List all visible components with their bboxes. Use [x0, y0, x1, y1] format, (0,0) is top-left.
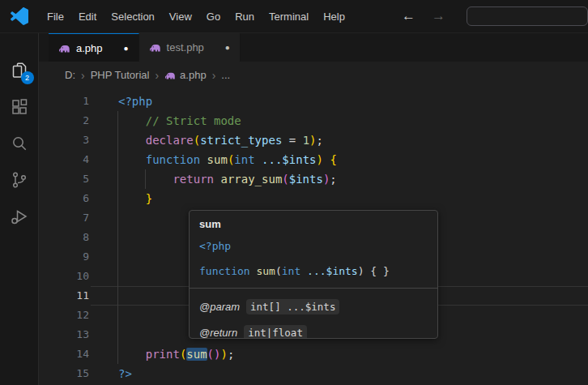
menu-file[interactable]: File [40, 7, 71, 26]
breadcrumb-separator: › [212, 69, 216, 82]
tab-bar: a.php ● test.php ● [39, 33, 588, 62]
breadcrumb-item[interactable]: a.php [164, 69, 207, 81]
menu-selection[interactable]: Selection [104, 7, 161, 26]
title-bar: FileEditSelectionViewGoRunTerminalHelp ←… [0, 0, 588, 33]
hover-divider [190, 288, 437, 289]
navigate-forward-icon[interactable]: → [424, 8, 454, 24]
line-content: print(sum()); [118, 344, 234, 364]
command-center-search-input[interactable] [467, 6, 588, 26]
menu-go[interactable]: Go [199, 7, 228, 26]
code-line-2[interactable]: 2 // Strict mode [39, 111, 588, 130]
tab-test.php[interactable]: test.php ● [139, 33, 241, 62]
breadcrumb-item[interactable]: PHP Tutorial [91, 69, 150, 81]
breadcrumb-separator: › [155, 69, 159, 82]
menu-help[interactable]: Help [316, 7, 352, 26]
line-content: // Strict mode [118, 111, 241, 130]
hover-tag-code: int[] ...$ints [246, 299, 339, 314]
line-number: 12 [39, 306, 89, 325]
line-number: 8 [39, 228, 89, 247]
line-content: ?> [118, 364, 132, 383]
source-control-icon[interactable] [0, 161, 39, 198]
run-debug-icon[interactable] [0, 198, 39, 234]
tab-label: test.php [167, 41, 204, 53]
php-file-icon [149, 41, 161, 53]
line-number: 1 [39, 92, 89, 111]
hover-tag-row: @return int|float [199, 325, 428, 339]
tab-label: a.php [76, 42, 103, 54]
menu-terminal[interactable]: Terminal [262, 7, 316, 26]
hover-tag-label: @return [199, 327, 237, 339]
line-content: } [118, 189, 152, 208]
menu-edit[interactable]: Edit [71, 7, 104, 26]
code-line-14[interactable]: 14 print(sum()); [39, 344, 588, 364]
hover-tooltip: sum <?phpfunction sum(int ...$ints) { } … [189, 210, 438, 339]
code-line-3[interactable]: 3 declare(strict_types = 1); [39, 130, 588, 150]
line-number: 13 [39, 325, 89, 344]
hover-tag-code: int|float [244, 325, 307, 339]
word-highlight: sum [186, 348, 207, 361]
menu-view[interactable]: View [162, 7, 199, 26]
line-number: 7 [39, 208, 89, 228]
hover-symbol-name: sum [199, 218, 428, 230]
line-number: 15 [39, 364, 89, 383]
php-file-icon [58, 42, 70, 54]
line-number: 14 [39, 344, 89, 364]
line-number: 4 [39, 150, 89, 169]
line-content: function sum(int ...$ints) { [118, 150, 337, 169]
line-number: 2 [39, 111, 89, 130]
line-content: <?php [118, 92, 152, 111]
search-icon[interactable] [0, 125, 39, 161]
navigate-back-icon[interactable]: ← [394, 8, 424, 24]
line-number: 10 [39, 267, 89, 286]
line-number: 6 [39, 189, 89, 208]
code-line-6[interactable]: 6 } [39, 189, 588, 208]
breadcrumb-separator: › [81, 69, 85, 82]
tab-a.php[interactable]: a.php ● [49, 33, 139, 62]
modified-dot-icon[interactable]: ● [124, 44, 129, 53]
php-file-icon [164, 70, 176, 81]
breadcrumb-item[interactable]: ... [221, 69, 230, 81]
breadcrumb: D:› PHP Tutorial› a.php› ... [39, 62, 588, 88]
code-line-1[interactable]: 1 <?php [39, 92, 588, 111]
code-line-15[interactable]: 15 ?> [39, 364, 588, 383]
line-number: 5 [39, 169, 89, 189]
modified-dot-icon[interactable]: ● [225, 43, 230, 52]
line-content: return array_sum($ints); [118, 169, 337, 189]
line-number: 3 [39, 130, 89, 150]
explorer-badge: 2 [21, 71, 34, 84]
code-line-4[interactable]: 4 function sum(int ...$ints) { [39, 150, 588, 169]
hover-tag-row: @param int[] ...$ints [199, 299, 428, 314]
hover-signature-line: function sum(int ...$ints) { } [199, 263, 428, 280]
line-content: declare(strict_types = 1); [118, 130, 323, 150]
line-number: 9 [39, 247, 89, 267]
breadcrumb-item[interactable]: D: [65, 69, 75, 81]
explorer-icon[interactable]: 2 [0, 52, 39, 88]
vscode-logo [11, 7, 28, 25]
menu-run[interactable]: Run [228, 7, 262, 26]
hover-signature-line: <?php [199, 237, 428, 255]
line-number: 11 [39, 286, 89, 306]
menu-bar: FileEditSelectionViewGoRunTerminalHelp [40, 7, 352, 26]
activity-bar: 2 [0, 33, 39, 385]
code-line-5[interactable]: 5 return array_sum($ints); [39, 169, 588, 189]
hover-tag-label: @param [199, 301, 240, 313]
extensions-icon[interactable] [0, 88, 39, 125]
